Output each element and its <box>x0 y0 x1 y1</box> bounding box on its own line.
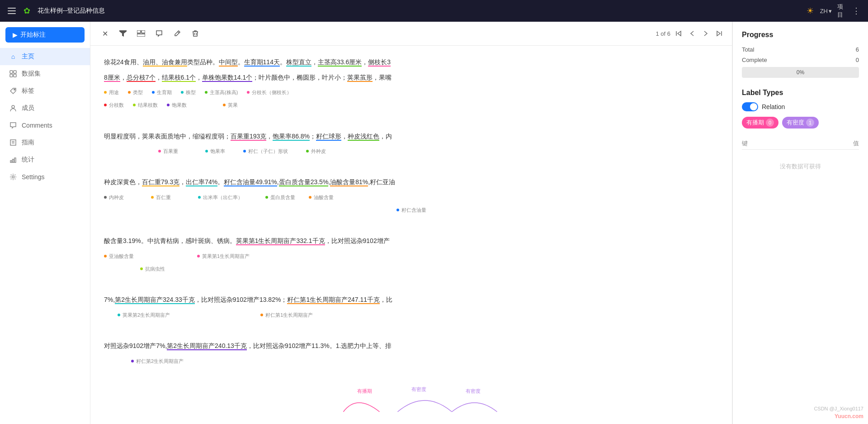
labels-row-6: 籽仁第2生长周期亩产 <box>104 356 718 367</box>
label-yongtu: 用途 <box>104 87 119 98</box>
annotation-block-2: 明显程度弱，荚果表面质地中，缩缢程度弱；百果重193克，饱果率86.8%；籽仁球… <box>104 129 718 157</box>
relation-toggle[interactable] <box>742 102 758 111</box>
entity-bairenzhong[interactable]: 百仁重79.3克 <box>142 178 179 186</box>
chip-youboqi-label: 有播期 <box>746 119 764 127</box>
entity-zhutype[interactable]: 株型直立 <box>286 58 311 67</box>
progress-complete-value: 0 <box>856 57 859 63</box>
annotation-block-5: 7%,第2生长周期亩产324.33千克，比对照远杂9102增产13.82%；籽仁… <box>104 292 718 320</box>
labels-row-5: 荚果第2生长周期亩产 籽仁第1生长周期亩产 <box>104 310 718 320</box>
topbar: ✿ 花生样例--登记品种信息 ☀ ZH ▾ 项目 ⋮ <box>0 0 868 22</box>
entity-jiaguo1[interactable]: 荚果第1生长周期亩产332.1千克 <box>236 237 325 245</box>
entity-ziren2[interactable]: 第2生长周期亩产240.13千克 <box>167 342 247 350</box>
label-chips: 有播期 0 有密度 1 <box>742 117 859 129</box>
last-page-button[interactable] <box>714 28 725 39</box>
sidebar-item-label[interactable]: 标签 <box>0 82 90 100</box>
text-paragraph-2[interactable]: 明显程度弱，荚果表面质地中，缩缢程度弱；百果重193克，饱果率86.8%；籽仁球… <box>104 129 718 144</box>
sidebar-item-home[interactable]: ⌂ 主页 <box>0 48 90 65</box>
text-paragraph-4[interactable]: 酸含量3.19%。中抗青枯病，感叶斑病、锈病。荚果第1生长周期亩产332.1千克… <box>104 233 718 249</box>
entity-youhan[interactable]: 籽仁含油量49.91% <box>224 178 277 186</box>
entity-baoguo2[interactable]: 饱果率86.8% <box>273 133 310 141</box>
entity-leixing[interactable]: 中间型 <box>219 58 238 67</box>
logo-icon: ✿ <box>24 6 30 16</box>
entity-baoguo[interactable]: 单株饱果数14.1个 <box>202 74 252 82</box>
entity-ziren1[interactable]: 籽仁第1生长周期亩产247.11千克 <box>287 296 380 304</box>
text-content[interactable]: 徐花24食用、油用、油食兼用类型品种。中间型。生育期114天。株型直立，主茎高3… <box>90 46 732 424</box>
member-icon <box>9 104 17 112</box>
sidebar-item-member[interactable]: 成员 <box>0 100 90 117</box>
text-paragraph-3[interactable]: 种皮深黄色，百仁重79.3克，出仁率74%。籽仁含油量49.91%,蛋白质含量2… <box>104 175 718 190</box>
theme-icon[interactable]: ☀ <box>806 6 815 15</box>
brush-button[interactable] <box>170 26 184 41</box>
sidebar-item-comments[interactable]: Comments <box>0 117 90 134</box>
entity-yousuanhan[interactable]: 油酸含量81% <box>330 178 368 186</box>
project-label[interactable]: 项目 <box>837 6 846 15</box>
entity-jieguo[interactable]: 结果枝6.1个 <box>162 74 196 82</box>
sidebar-item-dataset[interactable]: 数据集 <box>0 65 90 82</box>
language-selector[interactable]: ZH ▾ <box>820 8 832 14</box>
chip-youboqi[interactable]: 有播期 0 <box>742 117 778 129</box>
labels-row-3: 内种皮 百仁重 出米率（出仁率） 蛋白质含量 油酸含量 <box>104 192 718 203</box>
labels-row-1: 用途 类型 生育期 株型 主茎高(株高) 分枝长（侧枝长） <box>104 87 718 98</box>
svg-rect-6 <box>14 74 16 77</box>
svg-rect-0 <box>8 8 16 9</box>
sidebar-item-dataset-label: 数据集 <box>22 70 41 78</box>
prev-page-button[interactable] <box>687 28 698 39</box>
start-annotation-button[interactable]: ▶ 开始标注 <box>5 27 85 43</box>
svg-line-18 <box>178 32 179 33</box>
label-fenzhishu: 分枝数 <box>104 100 124 110</box>
sidebar-item-guide[interactable]: 指南 <box>0 134 90 151</box>
sidebar-item-settings-label: Settings <box>22 173 45 181</box>
entity-churenlv[interactable]: 出仁率74% <box>186 178 217 186</box>
sidebar-item-member-label: 成员 <box>22 104 34 112</box>
delete-button[interactable] <box>188 26 203 41</box>
menu-icon[interactable] <box>7 6 16 15</box>
chip-youmidu[interactable]: 有密度 1 <box>782 117 819 129</box>
first-page-button[interactable] <box>673 28 684 39</box>
svg-rect-11 <box>10 161 12 162</box>
labels-row-4b: 抗病虫性 <box>104 263 718 274</box>
sidebar-item-stats[interactable]: 统计 <box>0 151 90 168</box>
entity-shengyu[interactable]: 生育期114天 <box>244 58 280 67</box>
label-jiaguo2: 荚果第2生长周期亩产 <box>118 310 170 320</box>
label-jiaguo: 荚果 <box>223 100 238 110</box>
text-paragraph-5[interactable]: 7%,第2生长周期亩产324.33千克，比对照远杂9102增产13.82%；籽仁… <box>104 292 718 308</box>
annotation-block-6: 对照远杂9102增产7%,第2生长周期亩产240.13千克，比对照远杂9102增… <box>104 338 718 367</box>
entity-jiaguo2[interactable]: 第2生长周期亩产324.33千克 <box>115 296 195 304</box>
annotation-block-7: 有播期 有密度 有密度 水良好的沙土、砂壤土种植，重黏土不宜种植。2.适期播种，… <box>104 385 718 424</box>
guide-icon <box>9 138 17 147</box>
entity-danba[interactable]: 蛋白质含量23.5% <box>279 178 329 186</box>
filter-button[interactable] <box>116 26 130 41</box>
sidebar-item-settings[interactable]: Settings <box>0 168 90 186</box>
sidebar-item-home-label: 主页 <box>22 52 34 61</box>
home-icon: ⌂ <box>9 52 17 61</box>
label-ziren1: 籽仁第1生长周期亩产 <box>260 310 313 320</box>
label-kangbing: 抗病虫性 <box>140 263 165 274</box>
right-panel: Progress Total 6 Complete 0 0% Label Typ… <box>732 22 868 424</box>
relation-label: Relation <box>762 103 785 110</box>
entity-baiguo[interactable]: 百果重193克 <box>231 133 266 141</box>
arc-youmidu2 <box>452 403 497 412</box>
label-baoguo-rate: 饱果率 <box>205 146 225 157</box>
entity-zhujinggao[interactable]: 主茎高33.6厘米 <box>318 58 362 67</box>
entity-zhongpi[interactable]: 种皮浅红色 <box>348 133 379 141</box>
close-button[interactable]: ✕ <box>98 26 112 41</box>
more-menu-icon[interactable]: ⋮ <box>852 6 861 15</box>
text-paragraph-6[interactable]: 对照远杂9102增产7%,第2生长周期亩产240.13千克，比对照远杂9102增… <box>104 338 718 354</box>
text-paragraph-1[interactable]: 徐花24食用、油用、油食兼用类型品种。中间型。生育期114天。株型直立，主茎高3… <box>104 55 718 85</box>
entity-yongtu[interactable]: 油用、油食兼用 <box>143 58 187 67</box>
label-leixing: 类型 <box>128 87 143 98</box>
labels-row-4: 亚油酸含量 荚果第1生长周期亩产 <box>104 251 718 262</box>
comment-button[interactable] <box>152 26 166 41</box>
entity-fenzhi[interactable]: 总分枝7个 <box>127 74 156 82</box>
label-baoguo: 饱果数 <box>167 100 187 110</box>
layout-button[interactable] <box>134 26 148 41</box>
stats-icon <box>9 156 17 164</box>
progress-total-row: Total 6 <box>742 46 859 53</box>
progress-total-label: Total <box>742 46 754 53</box>
next-page-button[interactable] <box>700 28 711 39</box>
label-baiguo: 百果重 <box>158 146 178 157</box>
arc-label-youboqi: 有播期 <box>357 388 372 394</box>
label-ziren-type: 籽仁（子仁）形状 <box>243 146 288 157</box>
entity-ziren[interactable]: 籽仁球形 <box>316 133 341 141</box>
entity-jiaguo[interactable]: 荚果茧形 <box>347 74 373 82</box>
